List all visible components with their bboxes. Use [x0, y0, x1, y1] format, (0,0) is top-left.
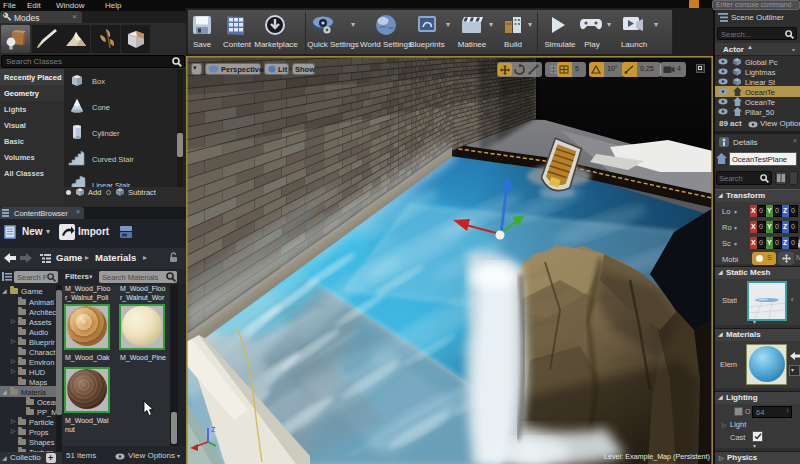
svg-text:Level: Example_Map (Persisten: Level: Example_Map (Persistent)	[604, 452, 710, 461]
svg-text:z: z	[211, 424, 216, 434]
